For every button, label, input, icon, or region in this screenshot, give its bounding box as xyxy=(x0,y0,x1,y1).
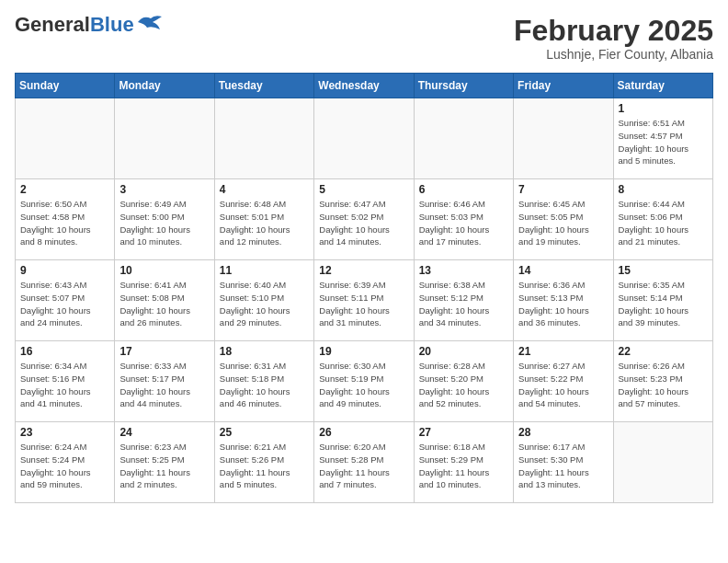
day-info: Sunrise: 6:17 AM Sunset: 5:30 PM Dayligh… xyxy=(518,441,608,491)
logo-general-text: GeneralBlue xyxy=(15,15,134,35)
day-info: Sunrise: 6:35 AM Sunset: 5:14 PM Dayligh… xyxy=(619,279,708,329)
day-number: 22 xyxy=(619,345,708,358)
calendar-week-row: 23Sunrise: 6:24 AM Sunset: 5:24 PM Dayli… xyxy=(16,422,713,503)
calendar-cell xyxy=(613,422,712,503)
calendar-cell: 1Sunrise: 6:51 AM Sunset: 4:57 PM Daylig… xyxy=(613,98,712,179)
calendar-table: SundayMondayTuesdayWednesdayThursdayFrid… xyxy=(15,73,713,503)
day-info: Sunrise: 6:18 AM Sunset: 5:29 PM Dayligh… xyxy=(419,441,508,491)
calendar-cell: 7Sunrise: 6:45 AM Sunset: 5:05 PM Daylig… xyxy=(514,179,613,260)
calendar-week-row: 16Sunrise: 6:34 AM Sunset: 5:16 PM Dayli… xyxy=(16,341,713,422)
day-info: Sunrise: 6:49 AM Sunset: 5:00 PM Dayligh… xyxy=(119,198,209,248)
day-info: Sunrise: 6:30 AM Sunset: 5:19 PM Dayligh… xyxy=(319,360,408,410)
day-info: Sunrise: 6:27 AM Sunset: 5:22 PM Dayligh… xyxy=(518,360,608,410)
day-number: 10 xyxy=(119,264,209,277)
day-info: Sunrise: 6:21 AM Sunset: 5:26 PM Dayligh… xyxy=(220,441,309,491)
day-number: 24 xyxy=(119,426,209,439)
day-number: 6 xyxy=(419,183,508,196)
calendar-header-row: SundayMondayTuesdayWednesdayThursdayFrid… xyxy=(16,74,713,98)
calendar-cell: 25Sunrise: 6:21 AM Sunset: 5:26 PM Dayli… xyxy=(214,422,313,503)
calendar-header-sunday: Sunday xyxy=(16,74,115,98)
calendar-cell: 22Sunrise: 6:26 AM Sunset: 5:23 PM Dayli… xyxy=(613,341,712,422)
day-number: 12 xyxy=(319,264,408,277)
day-number: 7 xyxy=(518,183,608,196)
calendar-cell: 23Sunrise: 6:24 AM Sunset: 5:24 PM Dayli… xyxy=(16,422,115,503)
calendar-cell: 19Sunrise: 6:30 AM Sunset: 5:19 PM Dayli… xyxy=(314,341,414,422)
day-info: Sunrise: 6:46 AM Sunset: 5:03 PM Dayligh… xyxy=(419,198,508,248)
calendar-cell: 24Sunrise: 6:23 AM Sunset: 5:25 PM Dayli… xyxy=(115,422,214,503)
day-number: 25 xyxy=(220,426,309,439)
day-number: 26 xyxy=(319,426,408,439)
month-title: February 2025 xyxy=(514,15,713,47)
day-number: 15 xyxy=(619,264,708,277)
calendar-cell xyxy=(314,98,414,179)
day-number: 4 xyxy=(220,183,309,196)
calendar-cell: 15Sunrise: 6:35 AM Sunset: 5:14 PM Dayli… xyxy=(613,260,712,341)
calendar-cell: 4Sunrise: 6:48 AM Sunset: 5:01 PM Daylig… xyxy=(214,179,313,260)
day-number: 8 xyxy=(619,183,708,196)
calendar-cell: 6Sunrise: 6:46 AM Sunset: 5:03 PM Daylig… xyxy=(414,179,513,260)
calendar-cell: 14Sunrise: 6:36 AM Sunset: 5:13 PM Dayli… xyxy=(514,260,613,341)
day-info: Sunrise: 6:41 AM Sunset: 5:08 PM Dayligh… xyxy=(119,279,209,329)
calendar-cell: 3Sunrise: 6:49 AM Sunset: 5:00 PM Daylig… xyxy=(115,179,214,260)
day-info: Sunrise: 6:36 AM Sunset: 5:13 PM Dayligh… xyxy=(518,279,608,329)
day-info: Sunrise: 6:33 AM Sunset: 5:17 PM Dayligh… xyxy=(119,360,209,410)
day-number: 18 xyxy=(220,345,309,358)
day-info: Sunrise: 6:48 AM Sunset: 5:01 PM Dayligh… xyxy=(220,198,309,248)
day-number: 28 xyxy=(518,426,608,439)
day-info: Sunrise: 6:43 AM Sunset: 5:07 PM Dayligh… xyxy=(20,279,109,329)
day-number: 16 xyxy=(20,345,109,358)
calendar-cell: 12Sunrise: 6:39 AM Sunset: 5:11 PM Dayli… xyxy=(314,260,414,341)
day-info: Sunrise: 6:20 AM Sunset: 5:28 PM Dayligh… xyxy=(319,441,408,491)
day-info: Sunrise: 6:26 AM Sunset: 5:23 PM Dayligh… xyxy=(619,360,708,410)
day-number: 5 xyxy=(319,183,408,196)
calendar-cell: 8Sunrise: 6:44 AM Sunset: 5:06 PM Daylig… xyxy=(613,179,712,260)
calendar-cell: 16Sunrise: 6:34 AM Sunset: 5:16 PM Dayli… xyxy=(16,341,115,422)
day-info: Sunrise: 6:38 AM Sunset: 5:12 PM Dayligh… xyxy=(419,279,508,329)
calendar-header-saturday: Saturday xyxy=(613,74,712,98)
calendar-week-row: 2Sunrise: 6:50 AM Sunset: 4:58 PM Daylig… xyxy=(16,179,713,260)
day-number: 14 xyxy=(518,264,608,277)
calendar-cell: 13Sunrise: 6:38 AM Sunset: 5:12 PM Dayli… xyxy=(414,260,513,341)
day-number: 9 xyxy=(20,264,109,277)
calendar-cell: 10Sunrise: 6:41 AM Sunset: 5:08 PM Dayli… xyxy=(115,260,214,341)
calendar-header-wednesday: Wednesday xyxy=(314,74,414,98)
logo: GeneralBlue xyxy=(15,15,164,35)
day-info: Sunrise: 6:47 AM Sunset: 5:02 PM Dayligh… xyxy=(319,198,408,248)
calendar-cell xyxy=(514,98,613,179)
calendar-cell xyxy=(214,98,313,179)
calendar-cell: 17Sunrise: 6:33 AM Sunset: 5:17 PM Dayli… xyxy=(115,341,214,422)
day-info: Sunrise: 6:28 AM Sunset: 5:20 PM Dayligh… xyxy=(419,360,508,410)
calendar-cell xyxy=(16,98,115,179)
day-info: Sunrise: 6:31 AM Sunset: 5:18 PM Dayligh… xyxy=(220,360,309,410)
day-info: Sunrise: 6:45 AM Sunset: 5:05 PM Dayligh… xyxy=(518,198,608,248)
calendar-cell: 20Sunrise: 6:28 AM Sunset: 5:20 PM Dayli… xyxy=(414,341,513,422)
day-info: Sunrise: 6:40 AM Sunset: 5:10 PM Dayligh… xyxy=(220,279,309,329)
calendar-cell: 5Sunrise: 6:47 AM Sunset: 5:02 PM Daylig… xyxy=(314,179,414,260)
day-info: Sunrise: 6:51 AM Sunset: 4:57 PM Dayligh… xyxy=(619,117,708,167)
calendar-cell: 9Sunrise: 6:43 AM Sunset: 5:07 PM Daylig… xyxy=(16,260,115,341)
calendar-header-monday: Monday xyxy=(115,74,214,98)
calendar-cell xyxy=(115,98,214,179)
calendar-cell: 2Sunrise: 6:50 AM Sunset: 4:58 PM Daylig… xyxy=(16,179,115,260)
day-number: 20 xyxy=(419,345,508,358)
location-subtitle: Lushnje, Fier County, Albania xyxy=(514,47,713,62)
calendar-cell: 28Sunrise: 6:17 AM Sunset: 5:30 PM Dayli… xyxy=(514,422,613,503)
day-info: Sunrise: 6:44 AM Sunset: 5:06 PM Dayligh… xyxy=(619,198,708,248)
day-number: 1 xyxy=(619,102,708,115)
calendar-header-thursday: Thursday xyxy=(414,74,513,98)
day-info: Sunrise: 6:24 AM Sunset: 5:24 PM Dayligh… xyxy=(20,441,109,491)
logo-bird-icon xyxy=(136,13,164,33)
day-number: 13 xyxy=(419,264,508,277)
day-info: Sunrise: 6:23 AM Sunset: 5:25 PM Dayligh… xyxy=(119,441,209,491)
day-info: Sunrise: 6:34 AM Sunset: 5:16 PM Dayligh… xyxy=(20,360,109,410)
day-number: 17 xyxy=(119,345,209,358)
calendar-cell: 18Sunrise: 6:31 AM Sunset: 5:18 PM Dayli… xyxy=(214,341,313,422)
calendar-header-tuesday: Tuesday xyxy=(214,74,313,98)
day-number: 21 xyxy=(518,345,608,358)
day-number: 11 xyxy=(220,264,309,277)
calendar-cell: 26Sunrise: 6:20 AM Sunset: 5:28 PM Dayli… xyxy=(314,422,414,503)
day-number: 19 xyxy=(319,345,408,358)
calendar-header-friday: Friday xyxy=(514,74,613,98)
calendar-cell: 21Sunrise: 6:27 AM Sunset: 5:22 PM Dayli… xyxy=(514,341,613,422)
title-block: February 2025 Lushnje, Fier County, Alba… xyxy=(514,15,713,62)
